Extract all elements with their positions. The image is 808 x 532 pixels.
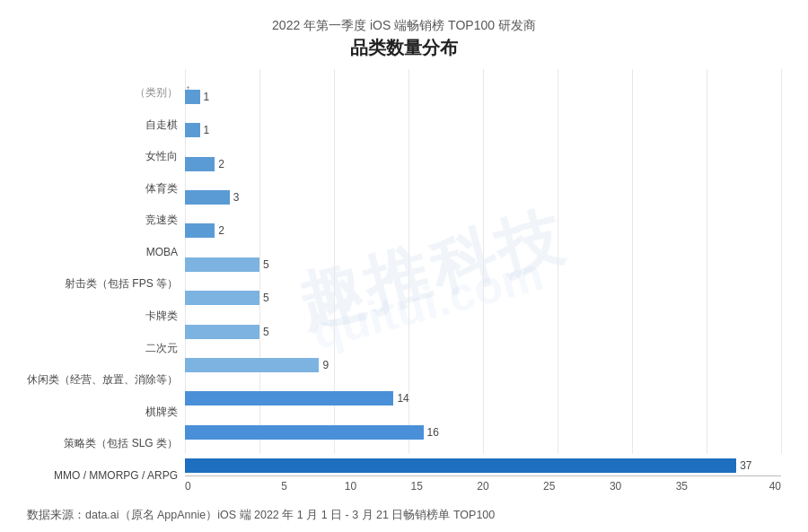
y-axis-label: 体育类 [145, 183, 178, 194]
y-axis-label: 二次元 [145, 343, 178, 353]
subtitle: 2022 年第一季度 iOS 端畅销榜 TOP100 研发商 [272, 18, 536, 34]
bar [185, 123, 200, 137]
bar [185, 257, 259, 272]
x-axis-tick: 5 [251, 480, 318, 493]
x-axis-line [185, 475, 781, 476]
bar [185, 391, 393, 406]
bar-value-label: 5 [263, 326, 269, 338]
y-axis-label: 策略类（包括 SLG 类） [64, 438, 178, 449]
x-axis-tick: 25 [516, 480, 583, 493]
chart-area: （类别）自走棋女性向体育类竞速类MOBA射击类（包括 FPS 等）卡牌类二次元休… [27, 69, 781, 502]
x-axis-tick: 35 [648, 480, 715, 493]
bar-row: 5 [185, 322, 781, 342]
bars-container: ↑112325559141637 [185, 69, 781, 475]
x-axis-tick: 0 [185, 480, 251, 493]
bar [185, 291, 259, 305]
y-axis-label: 竞速类 [145, 214, 178, 225]
main-container: 趣推科技 quitui.com 2022 年第一季度 iOS 端畅销榜 TOP1… [0, 0, 808, 532]
bar-row: 37 [185, 456, 781, 475]
y-axis-label: 射击类（包括 FPS 等） [65, 278, 178, 289]
y-axis: （类别）自走棋女性向体育类竞速类MOBA射击类（包括 FPS 等）卡牌类二次元休… [27, 69, 185, 502]
bar [185, 325, 259, 339]
bar [185, 458, 736, 473]
footer: 数据来源：data.ai（原名 AppAnnie）iOS 端 2022 年 1 … [27, 508, 781, 523]
y-axis-label: 休闲类（经营、放置、消除等） [27, 374, 178, 385]
x-axis-tick: 20 [450, 480, 516, 493]
bar-row: 2 [185, 221, 781, 240]
x-axis-tick: 15 [383, 480, 450, 493]
bar-value-label: 5 [263, 292, 269, 304]
bar-row: 3 [185, 188, 781, 207]
y-axis-label: 棋牌类 [145, 406, 178, 417]
x-axis-tick: 30 [583, 480, 649, 493]
bar [185, 90, 200, 104]
bar-value-label: 1 [204, 124, 210, 136]
y-axis-label: 女性向 [145, 151, 178, 161]
bar-row: 9 [185, 355, 781, 375]
bar-row: 14 [185, 388, 781, 408]
bar-value-label: 2 [218, 158, 224, 170]
bar [185, 223, 215, 238]
bar-value-label: 37 [740, 459, 751, 472]
y-axis-top-label: （类别） [135, 87, 178, 98]
bar-value-label: 16 [427, 426, 439, 439]
x-axis-ticks: 0510152025303540 [185, 480, 781, 493]
y-axis-label: 卡牌类 [145, 310, 178, 321]
bar-value-label: 14 [397, 392, 408, 405]
bar-row: 16 [185, 423, 781, 442]
bar [185, 425, 424, 440]
bar-value-label: 9 [322, 359, 329, 371]
bar [185, 157, 215, 171]
y-axis-label: 自走棋 [145, 119, 178, 130]
x-axis-tick: 40 [715, 480, 781, 493]
grid-line [781, 69, 782, 454]
bar-value-label: 3 [233, 191, 240, 204]
chart-title: 品类数量分布 [350, 36, 458, 60]
bar-row: 5 [185, 255, 781, 275]
y-axis-label: MOBA [146, 247, 178, 257]
bar [185, 358, 319, 372]
chart-main: ↑112325559141637 0510152025303540 [185, 69, 781, 502]
bar-row: 1 [185, 87, 781, 107]
bar-value-label: 1 [204, 91, 210, 103]
bar-value-label: 2 [218, 224, 224, 237]
bar-row: 5 [185, 288, 781, 308]
bar-value-label: 5 [263, 258, 269, 271]
bar-row: 1 [185, 120, 781, 140]
bar [185, 190, 230, 205]
x-axis-tick: 10 [318, 480, 384, 493]
bar-row: 2 [185, 154, 781, 174]
x-axis: 0510152025303540 [185, 475, 781, 502]
y-axis-label: MMO / MMORPG / ARPG [54, 470, 178, 481]
